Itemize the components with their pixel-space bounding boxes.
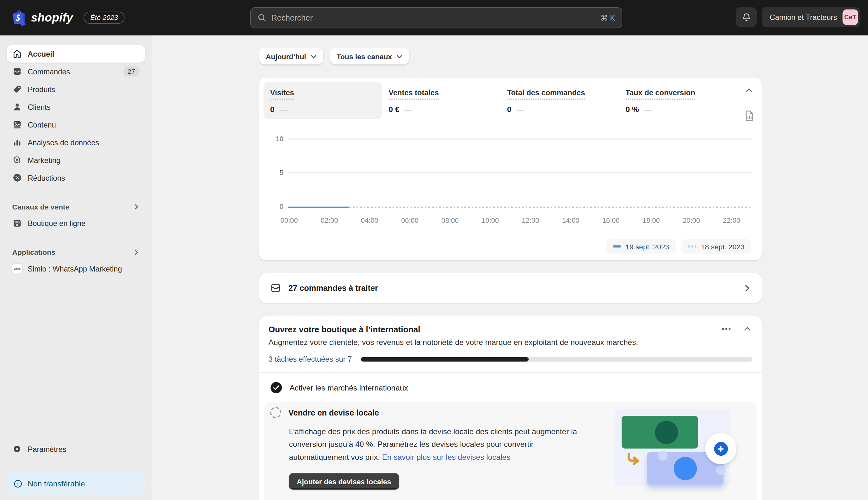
sidebar-item-label: Analyses de données bbox=[28, 138, 99, 147]
notifications-button[interactable] bbox=[736, 7, 757, 27]
dotted-line-swatch bbox=[688, 246, 696, 248]
sidebar-item-accueil[interactable]: Accueil bbox=[7, 45, 145, 62]
sidebar-item-clients[interactable]: Clients bbox=[7, 98, 145, 116]
date-range-filter[interactable]: Aujourd’hui bbox=[259, 48, 323, 65]
sidebar-item-produits[interactable]: Produits bbox=[7, 80, 145, 98]
sidebar-item-boutique-en-ligne[interactable]: Boutique en ligne bbox=[7, 214, 145, 232]
metrics-row: Visites 0— Ventes totales 0 €— Total des… bbox=[259, 82, 762, 119]
metric-label: Visites bbox=[270, 89, 294, 100]
sidebar-item-simio[interactable]: Simio Simio : WhatsApp Marketing bbox=[7, 260, 145, 277]
search-icon bbox=[257, 13, 266, 22]
channel-label: Tous les canaux bbox=[337, 52, 392, 60]
section-canaux-de-vente[interactable]: Canaux de vente bbox=[7, 199, 145, 214]
metric-trend: — bbox=[404, 105, 412, 114]
metric-value: 0 € bbox=[389, 105, 400, 114]
plan-status-pill[interactable]: Non transférable bbox=[7, 473, 145, 495]
date-range-label: Aujourd’hui bbox=[266, 52, 306, 60]
orders-count-badge: 27 bbox=[123, 67, 139, 77]
apps-nav: Simio Simio : WhatsApp Marketing bbox=[0, 260, 152, 277]
series-today-line bbox=[288, 207, 349, 208]
solid-line-swatch bbox=[613, 246, 621, 248]
bell-icon bbox=[741, 12, 752, 22]
sidebar-item-reductions[interactable]: Réductions bbox=[7, 169, 145, 187]
tag-icon bbox=[12, 84, 22, 94]
intl-card-actions bbox=[720, 324, 753, 334]
metric-tab-total-commandes[interactable]: Total des commandes 0— bbox=[500, 82, 619, 119]
sidebar-item-label: Accueil bbox=[28, 50, 55, 58]
series-yesterday-line bbox=[349, 207, 751, 208]
chevron-down-icon bbox=[311, 54, 317, 59]
overview-card: Visites 0— Ventes totales 0 €— Total des… bbox=[259, 78, 762, 260]
edition-badge[interactable]: Été 2023 bbox=[83, 12, 125, 24]
orders-to-fulfill-banner[interactable]: 27 commandes à traiter bbox=[259, 273, 762, 303]
metric-value: 0 % bbox=[626, 105, 639, 114]
intl-card-description: Augmentez votre clientèle, vos revenus e… bbox=[259, 334, 762, 346]
x-tick: 18:00 bbox=[631, 216, 671, 224]
topbar: shopify Été 2023 ⌘ K Camion et Tracteurs… bbox=[0, 0, 868, 35]
sidebar-item-parametres[interactable]: Paramètres bbox=[7, 440, 145, 458]
sidebar: Accueil Commandes 27 Produits bbox=[0, 35, 152, 500]
y-tick: 0 bbox=[259, 203, 283, 211]
metric-tab-ventes-totales[interactable]: Ventes totales 0 €— bbox=[382, 82, 501, 119]
chevron-right-icon[interactable] bbox=[743, 284, 751, 292]
collapse-card-button[interactable] bbox=[742, 324, 753, 334]
shopify-wordmark: shopify bbox=[31, 11, 73, 24]
x-tick: 22:00 bbox=[711, 216, 752, 224]
task-vendre-devise-locale: Vendre en devise locale L’affichage des … bbox=[264, 401, 757, 500]
incomplete-task-icon[interactable] bbox=[270, 407, 281, 418]
collapse-chart-button[interactable] bbox=[744, 86, 754, 95]
legend-item-yesterday[interactable]: 18 sept. 2023 bbox=[681, 239, 751, 254]
sidebar-item-label: Produits bbox=[28, 85, 55, 93]
sidebar-item-contenu[interactable]: Contenu bbox=[7, 116, 145, 134]
view-report-button[interactable] bbox=[743, 109, 756, 123]
add-local-currencies-button[interactable]: Ajouter des devises locales bbox=[289, 473, 399, 490]
store-menu[interactable]: Camion et Tracteurs CeT bbox=[762, 7, 860, 27]
learn-more-link[interactable]: En savoir plus sur les devises locales bbox=[382, 453, 511, 462]
shopify-admin: shopify Été 2023 ⌘ K Camion et Tracteurs… bbox=[0, 0, 868, 500]
shopify-logo[interactable]: shopify Été 2023 bbox=[8, 10, 125, 26]
sidebar-item-label: Simio : WhatsApp Marketing bbox=[28, 264, 122, 273]
shopify-bag-icon bbox=[11, 10, 26, 26]
info-icon bbox=[13, 479, 23, 488]
check-circle-icon bbox=[270, 382, 282, 394]
search-input[interactable] bbox=[271, 13, 595, 22]
x-tick: 08:00 bbox=[430, 216, 470, 224]
progress-row: 3 tâches effectuées sur 7 bbox=[268, 355, 753, 363]
dashboard-filters: Aujourd’hui Tous les canaux bbox=[259, 48, 762, 65]
metric-value: 0 bbox=[507, 105, 511, 114]
metric-tab-visites[interactable]: Visites 0— bbox=[264, 82, 382, 119]
x-tick: 02:00 bbox=[309, 216, 349, 224]
metric-tab-taux-conversion[interactable]: Taux de conversion 0 %— bbox=[619, 82, 738, 119]
sidebar-item-label: Contenu bbox=[28, 121, 56, 129]
zero-data-line bbox=[288, 207, 751, 208]
card-menu-button[interactable] bbox=[720, 326, 733, 332]
x-tick: 10:00 bbox=[470, 216, 510, 224]
main-content: Aujourd’hui Tous les canaux bbox=[152, 35, 868, 500]
sidebar-item-marketing[interactable]: Marketing bbox=[7, 151, 145, 169]
sidebar-item-commandes[interactable]: Commandes 27 bbox=[7, 62, 145, 80]
task-label: Activer les marchés internationaux bbox=[289, 383, 408, 392]
intl-card-header: Ouvrez votre boutique à l’international bbox=[259, 316, 762, 334]
bar-chart-icon bbox=[12, 137, 22, 147]
section-label: Canaux de vente bbox=[12, 203, 70, 211]
progress-fill bbox=[361, 357, 529, 361]
progress-track bbox=[361, 357, 752, 361]
progress-label: 3 tâches effectuées sur 7 bbox=[268, 355, 352, 363]
blue-coin bbox=[674, 457, 697, 480]
sidebar-item-analyses[interactable]: Analyses de données bbox=[7, 134, 145, 151]
chart-legend: 19 sept. 2023 18 sept. 2023 bbox=[259, 239, 762, 254]
sidebar-item-label: Boutique en ligne bbox=[28, 219, 86, 227]
x-tick: 12:00 bbox=[510, 216, 551, 224]
plan-status-label: Non transférable bbox=[28, 479, 85, 488]
orders-banner-label: 27 commandes à traiter bbox=[289, 284, 378, 292]
international-setup-card: Ouvrez votre boutique à l’international … bbox=[259, 316, 762, 500]
section-applications[interactable]: Applications bbox=[7, 244, 145, 260]
x-tick: 14:00 bbox=[551, 216, 591, 224]
task-activer-marches[interactable]: Activer les marchés internationaux bbox=[259, 373, 762, 394]
legend-label: 18 sept. 2023 bbox=[701, 242, 745, 251]
sales-channels-nav: Boutique en ligne bbox=[0, 214, 152, 232]
global-search[interactable]: ⌘ K bbox=[250, 7, 622, 29]
shell: Accueil Commandes 27 Produits bbox=[0, 35, 868, 500]
legend-item-today[interactable]: 19 sept. 2023 bbox=[606, 239, 676, 254]
channel-filter[interactable]: Tous les canaux bbox=[330, 48, 409, 65]
